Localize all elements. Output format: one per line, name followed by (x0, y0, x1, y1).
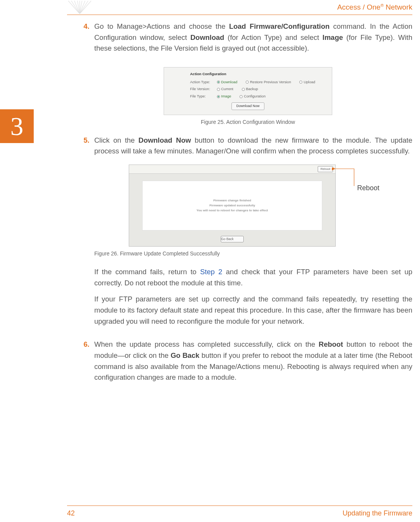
go-back-button[interactable]: Go Back (221, 236, 244, 242)
step-6: 6. When the update process has completed… (84, 339, 412, 389)
logo-watermark (68, 1, 91, 15)
main-content: 4. Go to Manage>Actions and choose the L… (84, 21, 412, 395)
msg-line-1: Firmware change finished (213, 198, 251, 203)
step-number: 6. (84, 339, 94, 389)
registered-mark: ® (381, 3, 384, 8)
step-number: 5. (84, 135, 94, 333)
brand-pre: Access / One (337, 3, 381, 11)
page-footer: 42 Updating the Firmware (67, 509, 412, 517)
radio-backup: Backup (242, 86, 258, 92)
radio-upload[interactable]: Upload (299, 79, 315, 85)
chapter-number: 3 (10, 113, 23, 139)
step-5: 5. Click on the Download Now button to d… (84, 135, 412, 333)
svg-line-2 (74, 1, 80, 14)
figure-25-screenshot: Action Configuration Action Type: Downlo… (164, 67, 332, 115)
step-number: 4. (84, 21, 94, 59)
callout-label: Reboot (357, 183, 379, 194)
radio-download[interactable]: Download (217, 79, 237, 85)
msg-line-3: You will need to reboot for changes to t… (197, 208, 268, 213)
radio-current: Current (217, 86, 233, 92)
step-4: 4. Go to Manage>Actions and choose the L… (84, 21, 412, 59)
step-body: Click on the Download Now button to down… (94, 135, 412, 333)
reboot-button[interactable]: Reboot (318, 166, 333, 172)
header-rule (67, 15, 412, 15)
chapter-badge: 3 (0, 109, 34, 143)
label-file-type: File Type: (190, 94, 217, 99)
figure-26-caption: Figure 26. Firmware Update Completed Suc… (94, 250, 412, 258)
download-now-button[interactable]: Download Now (231, 102, 264, 110)
step-2-link[interactable]: Step 2 (200, 268, 222, 276)
label-action-type: Action Type: (190, 79, 217, 85)
footer-rule (67, 506, 412, 506)
figure-25-caption: Figure 25. Action Configuration Window (84, 118, 412, 127)
msg-line-2: Firmware updated successfully (209, 203, 255, 208)
step-body: Go to Manage>Actions and choose the Load… (94, 21, 412, 59)
brand-post: Network (384, 3, 412, 11)
row-action-type: Action Type: Download Restore Previous V… (171, 79, 325, 85)
page-header: Access / One® Network (337, 0, 420, 14)
svg-line-6 (80, 1, 85, 14)
radio-image[interactable]: Image (217, 94, 231, 99)
figure-26-screenshot: Reboot Firmware change finished Firmware… (129, 165, 336, 247)
radio-restore[interactable]: Restore Previous Version (246, 79, 291, 85)
panel-title: Action Configuration (171, 71, 325, 77)
label-file-version: File Version: (190, 86, 217, 92)
page-number: 42 (67, 509, 75, 517)
radio-configuration[interactable]: Configuration (240, 94, 266, 99)
step-body: When the update process has completed su… (94, 339, 412, 389)
screenshot-topbar: Reboot (129, 165, 335, 174)
row-file-type: File Type: Image Configuration (171, 94, 325, 99)
section-title: Updating the Firmware (343, 509, 412, 517)
message-box: Firmware change finished Firmware update… (142, 181, 322, 231)
row-file-version: File Version: Current Backup (171, 86, 325, 92)
figure-26-wrapper: Reboot Firmware change finished Firmware… (129, 165, 412, 247)
